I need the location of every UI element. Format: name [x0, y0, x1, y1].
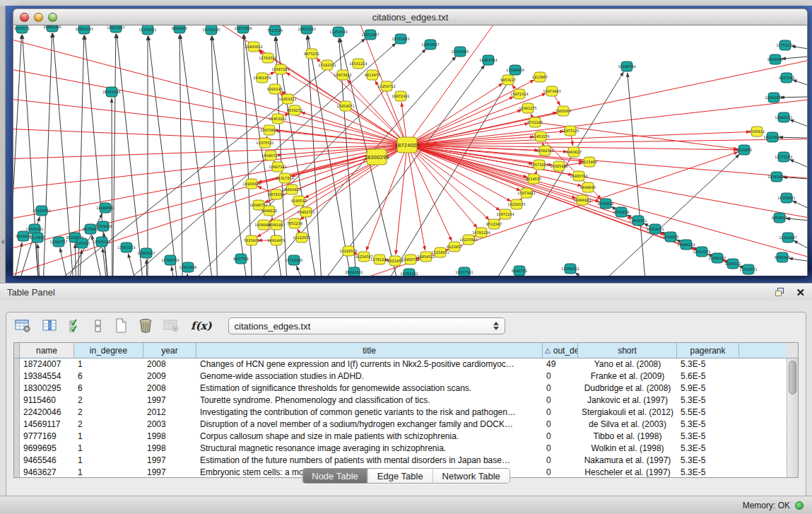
graph-node[interactable]: 9498222 — [261, 206, 277, 216]
graph-node[interactable]: 9214537 — [526, 174, 541, 184]
graph-node[interactable]: 26053346 — [102, 87, 120, 97]
network-canvas[interactable]: 9405571206914061660510310653287152760218… — [13, 25, 808, 276]
table-cell[interactable]: 0 — [543, 431, 578, 443]
table-row[interactable]: 969969511998Structural magnetic resonanc… — [20, 443, 787, 455]
graph-node[interactable]: 16816413 — [283, 185, 300, 194]
graph-node[interactable]: 13505135 — [93, 237, 110, 247]
table-cell[interactable]: 0 — [543, 382, 578, 395]
graph-node[interactable]: 15781234 — [370, 255, 388, 264]
graph-node[interactable]: 9875231 — [304, 49, 319, 59]
table-cell[interactable]: 1 — [74, 431, 143, 443]
citation-edge-black[interactable] — [782, 54, 808, 59]
graph-node[interactable]: 16531214 — [349, 59, 367, 69]
table-cell[interactable]: 6 — [74, 382, 143, 395]
table-cell[interactable]: 0 — [543, 407, 578, 419]
citation-edge-red[interactable] — [396, 145, 407, 255]
float-window-icon[interactable] — [775, 288, 786, 297]
table-cell[interactable]: 5.3E-5 — [677, 455, 739, 467]
graph-node[interactable]: 16605103 — [75, 25, 93, 34]
column-header-short[interactable]: short — [578, 343, 677, 358]
table-cell[interactable]: Changes of HCN gene expression and I(f) … — [196, 358, 543, 370]
citation-edge-black[interactable] — [297, 266, 324, 276]
table-cell[interactable]: Genome-wide association studies in ADHD. — [196, 370, 543, 382]
citation-edge-black[interactable] — [786, 218, 808, 223]
tab-network-table[interactable]: Network Table — [433, 469, 510, 483]
graph-node[interactable]: 9512347 — [486, 219, 502, 229]
graph-node[interactable]: 16263211 — [278, 94, 296, 104]
delete-icon[interactable] — [139, 318, 153, 334]
table-cell[interactable]: 9115460 — [20, 395, 74, 407]
citation-edge-black[interactable] — [37, 244, 42, 276]
table-cell[interactable]: 18724007 — [20, 358, 74, 370]
graph-node[interactable]: 16671388 — [234, 25, 252, 33]
table-row[interactable]: 1872400712008Changes of HCN gene express… — [20, 358, 787, 370]
citation-edge-black[interactable] — [148, 36, 183, 276]
graph-node[interactable]: 7615526 — [267, 25, 283, 35]
graph-node[interactable]: 20691406 — [43, 25, 61, 32]
graph-node[interactable]: 9195512 — [291, 196, 307, 206]
graph-node[interactable]: 11544909 — [506, 65, 524, 75]
table-cell[interactable]: 1 — [74, 443, 143, 455]
graph-node[interactable]: 16361876 — [253, 73, 271, 83]
citation-edge-red[interactable] — [13, 145, 407, 160]
zoom-window-icon[interactable] — [48, 13, 57, 22]
table-cell[interactable]: 5.3E-5 — [677, 358, 739, 370]
table-cell[interactable]: 5.3E-5 — [677, 419, 739, 431]
citation-edge-black[interactable] — [60, 248, 77, 276]
table-row[interactable]: 2242004622012Investigating the contribut… — [20, 407, 787, 419]
graph-node[interactable]: 14850637 — [421, 40, 439, 49]
table-cell[interactable]: Franke et al. (2009) — [578, 370, 677, 382]
graph-node[interactable]: 16914479 — [267, 235, 285, 245]
table-cell[interactable]: 2003 — [143, 419, 196, 431]
graph-node[interactable]: 9321458 — [387, 256, 403, 266]
graph-node[interactable]: 1115685 — [30, 233, 45, 243]
citation-edge-black[interactable] — [180, 35, 218, 276]
citation-edge-black[interactable] — [789, 258, 808, 266]
graph-node[interactable]: 10719195 — [202, 25, 220, 35]
table-row[interactable]: 1830029562008Estimation of significance … — [20, 382, 787, 395]
column-header-out-degree[interactable]: △ out_de… — [543, 343, 578, 358]
citation-edge-red[interactable] — [407, 96, 808, 145]
table-cell[interactable]: 22420046 — [20, 407, 74, 419]
graph-node[interactable]: 7625402 — [244, 235, 259, 245]
citation-edge-black[interactable] — [789, 119, 808, 139]
graph-node[interactable]: 9320145 — [267, 84, 283, 94]
table-cell[interactable]: 1997 — [143, 455, 196, 467]
citation-edge-black[interactable] — [112, 98, 112, 276]
tab-node-table[interactable]: Node Table — [302, 469, 367, 483]
table-cell[interactable]: 2008 — [143, 382, 196, 395]
graph-node[interactable]: 9463627 — [566, 147, 582, 157]
table-cell[interactable]: 14569117 — [20, 419, 74, 431]
graph-node[interactable]: 9731245 — [527, 117, 543, 127]
graph-node[interactable]: 8878332 — [269, 189, 284, 199]
table-cell[interactable]: 1 — [74, 455, 143, 467]
graph-node[interactable]: 9227343 — [779, 73, 794, 83]
graph-node[interactable]: 10871234 — [496, 209, 514, 219]
citation-edge-red[interactable] — [407, 145, 452, 241]
table-cell[interactable]: Structural magnetic resonance image aver… — [196, 443, 543, 455]
graph-node[interactable]: 9405571 — [14, 25, 30, 33]
graph-node[interactable]: 12923446 — [179, 262, 196, 272]
table-row[interactable]: 911546021997Tourette syndrome. Phenomeno… — [20, 395, 787, 407]
citation-edge-red[interactable] — [13, 128, 407, 145]
citation-edge-red[interactable] — [281, 92, 407, 145]
citation-edge-red[interactable] — [407, 97, 514, 145]
table-columns-icon[interactable] — [42, 319, 58, 333]
table-cell[interactable]: 18300295 — [20, 382, 74, 395]
graph-node[interactable]: 10973812 — [334, 70, 351, 80]
column-header-name[interactable]: name — [20, 343, 74, 358]
graph-node[interactable]: 16359581 — [777, 193, 795, 203]
table-cell[interactable]: 5.3E-5 — [677, 395, 739, 407]
table-row[interactable]: 977716911998Corpus callosum shape and si… — [20, 431, 787, 443]
column-header-pagerank[interactable]: pagerank — [677, 343, 739, 358]
graph-node[interactable]: 16148784 — [618, 62, 635, 71]
graph-node[interactable]: 11254712 — [377, 81, 395, 91]
table-cell[interactable]: Stergiakouli et al. (2012) — [578, 407, 677, 419]
graph-node[interactable]: 18613043 — [298, 25, 315, 34]
table-cell[interactable]: 1 — [74, 467, 143, 477]
network-view-window[interactable]: citations_edges.txt 94055712069140616605… — [13, 8, 808, 276]
citation-edge-black[interactable] — [112, 34, 116, 276]
graph-node[interactable]: 9558272 — [287, 105, 302, 115]
table-cell[interactable]: 9777169 — [20, 431, 74, 443]
graph-node[interactable]: 9154393 — [663, 232, 678, 242]
